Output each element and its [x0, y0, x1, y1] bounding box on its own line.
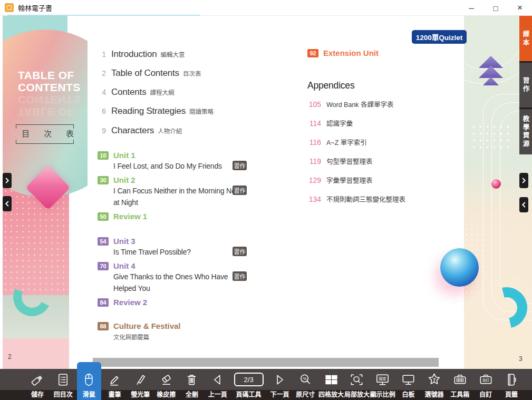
svg-text:%: %	[303, 376, 306, 381]
bottom-toolbar: 儲存 回目次 滑鼠 畫筆	[0, 369, 532, 400]
workbook-badge-unit4[interactable]: 習作	[233, 271, 247, 281]
close-button[interactable]: ×	[508, 0, 532, 16]
toolbar-item-delete-all[interactable]: 全刪	[180, 369, 204, 400]
toolbar-item-mouse[interactable]: 滑鼠	[77, 362, 101, 400]
cover-title-zh: 目次表	[22, 129, 88, 138]
toolbar-item-back-to-toc[interactable]: 回目次	[51, 369, 75, 400]
page-badge: 92	[307, 49, 318, 57]
ebook-app-window: 翰林電子書 ─ □ × TABLE OF CONTENTS TABLE OF C…	[0, 0, 532, 400]
toolbar-item-original-size[interactable]: % 原尺寸	[293, 369, 317, 400]
decor-dot-grid	[470, 123, 514, 153]
toc-entry-table-of-contents[interactable]: 2 Table of Contents 目次表	[98, 68, 201, 79]
right-edge-forward-button[interactable]	[519, 173, 528, 188]
mouse-icon	[81, 369, 96, 390]
quizlet-button[interactable]: 1200單Quizlet	[412, 30, 467, 44]
toolbar-item-number-picker[interactable]: 7 選號器	[422, 369, 446, 400]
zoom-percent-icon: %	[298, 369, 313, 390]
monitor-icon: 固定	[375, 369, 390, 390]
unit2-subtitle: I Can Focus Neither in the Morning Nor a…	[113, 185, 238, 208]
toolbar-item-whiteboard[interactable]: 白板	[396, 369, 421, 400]
toc-entry-az-index[interactable]: 116 A~Z 單字索引	[307, 137, 367, 147]
toc-entry-vocabulary[interactable]: 114 認識字彙	[307, 118, 353, 128]
toc-doc-icon	[55, 369, 71, 390]
toc-entry-culture-festival[interactable]: 88 Culture & Festival	[98, 321, 181, 330]
toc-entry-review2[interactable]: 84 Review 2	[98, 298, 147, 307]
book-tab-icon	[504, 369, 519, 390]
page-badge: 84	[98, 298, 109, 307]
toc-entry-unit3[interactable]: 54 Unit 3	[98, 237, 136, 246]
toc-entry-extension-unit[interactable]: 92 Extension Unit	[307, 48, 379, 57]
toolbar-item-pen[interactable]: 畫筆	[102, 369, 127, 400]
tab-workbook[interactable]: 習作	[519, 63, 532, 108]
unit3-subtitle: Is Time Travel Possible?	[113, 246, 238, 258]
maximize-button[interactable]: □	[483, 0, 508, 16]
toolbar-item-display-ratio[interactable]: 固定 顯示比例	[371, 369, 395, 400]
toolbar-item-region-zoom[interactable]: 局部放大	[345, 369, 369, 400]
toolbar-item-highlighter[interactable]: 螢光筆	[128, 369, 152, 400]
page-badge: 54	[98, 237, 109, 246]
briefcase-icon: 自訂	[478, 369, 494, 390]
prev-page-icon	[210, 369, 225, 390]
page-number-left: 2	[8, 353, 12, 360]
left-edge-back-button[interactable]	[3, 196, 12, 211]
toc-entry-contents[interactable]: 4 Contents 課程大綱	[98, 87, 174, 97]
toc-entry-reading-strategies[interactable]: 6 Reading Strategies 閱讀策略	[98, 106, 214, 116]
toc-entry-vocab-summary[interactable]: 129 字彙學習整理表	[307, 175, 373, 185]
tab-textbook[interactable]: 課本	[519, 16, 532, 61]
star-seven-icon: 7	[427, 369, 442, 390]
toolbar-item-save[interactable]: 儲存	[25, 369, 50, 400]
workbook-badge-unit2[interactable]: 習作	[233, 186, 247, 195]
toc-entry-unit4[interactable]: 70 Unit 4	[98, 261, 136, 270]
whiteboard-icon	[401, 369, 416, 390]
four-grid-icon	[324, 369, 339, 390]
chevron-left-icon	[5, 200, 9, 207]
toolbar-item-page-number-tool[interactable]: 2/3 頁碼工具	[231, 369, 266, 400]
left-edge-forward-button[interactable]	[3, 173, 12, 188]
svg-text:固定: 固定	[379, 376, 387, 381]
next-page-icon	[272, 369, 287, 390]
toolbar-item-next-page[interactable]: 下一頁	[267, 369, 292, 400]
app-logo-icon	[5, 3, 14, 12]
svg-text:7: 7	[433, 377, 436, 382]
workbook-badge-unit3[interactable]: 習作	[233, 247, 247, 256]
toc-entry-unit2[interactable]: 30 Unit 2	[98, 175, 136, 184]
pencil-icon	[107, 369, 122, 390]
toc-entry-irregular-verbs[interactable]: 134 不規則動詞三態變化整理表	[307, 194, 405, 204]
decor-blue-sphere	[440, 248, 479, 287]
toc-entry-sentence-patterns[interactable]: 119 句型學習整理表	[307, 156, 373, 166]
toc-entry-review1[interactable]: 50 Review 1	[98, 212, 147, 221]
trash-icon	[184, 369, 199, 390]
left-cover-art: TABLE OF CONTENTS TABLE OF CONTENTS 目次表 …	[3, 16, 88, 369]
toolbar-item-toolbox[interactable]: 工具箱	[448, 369, 472, 400]
toolbar-item-four-grid-zoom[interactable]: 四格放大	[319, 369, 343, 400]
cover-title-en: TABLE OF CONTENTS	[18, 69, 81, 93]
minimize-button[interactable]: ─	[459, 0, 483, 16]
toc-entry-unit1[interactable]: 10 Unit 1	[98, 151, 136, 160]
cover-title-reflection: TABLE OF CONTENTS	[18, 94, 81, 118]
titlebar: 翰林電子書 ─ □ ×	[0, 0, 532, 16]
tab-teaching-resources[interactable]: 教學資源	[519, 109, 532, 154]
toc-entry-word-bank[interactable]: 105 Word Bank 各課單字表	[307, 99, 394, 109]
toolbar-item-page-tabs[interactable]: 頁籤	[499, 369, 524, 400]
toolbar-item-eraser[interactable]: 橡皮擦	[154, 369, 178, 400]
chevron-right-icon	[521, 177, 526, 184]
right-edge-back-button[interactable]	[519, 197, 528, 212]
cover-title-zh-box: 目次表	[16, 124, 74, 144]
workbook-badge-unit1[interactable]: 習作	[233, 161, 247, 170]
toc-entry-introduction[interactable]: 1 Introduction 編輯大意	[98, 49, 185, 60]
page-badge: 70	[98, 262, 109, 270]
toolbar-item-prev-page[interactable]: 上一頁	[206, 369, 230, 400]
toc-entry-characters[interactable]: 9 Characters 人物介紹	[98, 125, 182, 136]
horizontal-scrollbar[interactable]	[93, 358, 439, 367]
svg-text:自訂: 自訂	[482, 377, 489, 382]
usb-save-icon	[30, 369, 45, 390]
toolbar-item-custom[interactable]: 自訂 自訂	[473, 369, 498, 400]
chevron-right-icon	[5, 177, 9, 184]
decor-pink-strip	[3, 338, 69, 369]
toolbox-icon	[452, 369, 468, 390]
page-indicator[interactable]: 2/3	[234, 373, 264, 386]
page-number-right: 3	[519, 355, 523, 363]
decor-purple-triangles	[478, 56, 504, 85]
page-badge: 50	[98, 212, 109, 221]
page-badge: 88	[98, 322, 109, 330]
